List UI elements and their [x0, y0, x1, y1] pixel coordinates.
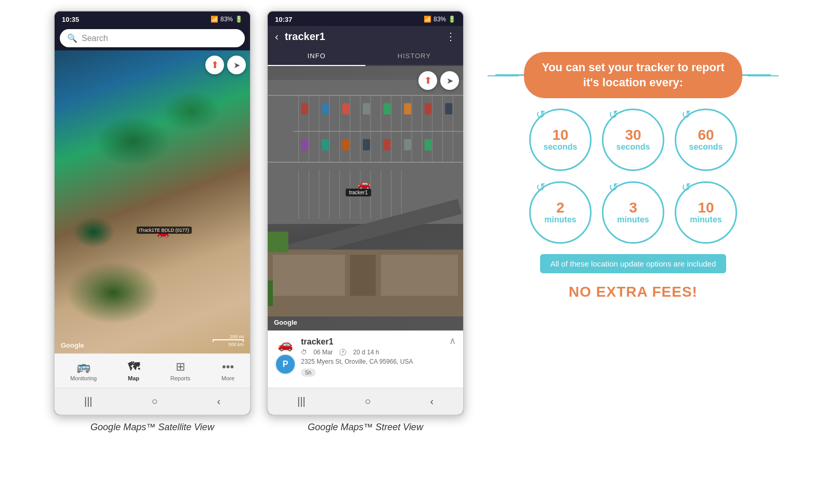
tracker-meta: ⏱ 06 Mar 🕐 20 d 14 h: [301, 349, 456, 356]
num-30: 30: [625, 128, 641, 142]
tracker-name: tracker1: [301, 337, 456, 347]
map-icon: 🗺: [128, 360, 139, 374]
more-button[interactable]: ⋮: [445, 30, 456, 43]
unit-seconds-2: seconds: [616, 142, 650, 152]
navigation-button[interactable]: ➤: [227, 56, 246, 74]
circles-row2: ↺ 2 minutes ↺ 3 minutes ↺ 10 minutes: [529, 181, 737, 244]
circle-10sec: ↺ 10 seconds: [529, 109, 592, 171]
info-duration: 20 d 14 h: [353, 349, 379, 356]
android-nav-bar2: ||| ○ ‹: [268, 388, 463, 415]
circle-3min: ↺ 3 minutes: [602, 181, 664, 244]
battery-icon: 🔋: [235, 16, 243, 23]
phone1-caption: Google Maps™ Satellite View: [90, 422, 214, 433]
signal-icon: 📶: [211, 16, 218, 23]
headline-area: You can set your tracker to report it's …: [495, 52, 771, 98]
scale-200mi: 200 mi: [230, 334, 244, 339]
no-fees-text: NO EXTRA FEES!: [569, 284, 698, 300]
parking-lines-svg: [268, 66, 463, 330]
circles-row1: ↺ 10 seconds ↺ 30 seconds ↺ 60 seconds: [529, 109, 737, 171]
phone2-status-bar: 10:37 📶 83% 🔋: [268, 11, 463, 26]
nav-reports[interactable]: ⊞ Reports: [165, 358, 196, 383]
clock-icon: 🕐: [339, 349, 347, 356]
svg-rect-51: [404, 139, 411, 151]
num-2: 2: [556, 201, 565, 215]
svg-rect-44: [425, 103, 432, 114]
parking-background: ⬆ ➤ 🚗 tracker1 Google: [268, 66, 463, 330]
navigation-button2[interactable]: ➤: [440, 71, 459, 90]
date-icon: ⏱: [301, 349, 307, 356]
satellite-map: ⬆ ➤ 🚗 iTrack1TE BOLD (0177) Google 200 m…: [55, 50, 250, 353]
android-home-btn[interactable]: ○: [141, 393, 168, 409]
svg-rect-41: [363, 103, 370, 114]
svg-rect-35: [381, 255, 458, 296]
tracker-avatar-area: 🚗 P: [275, 337, 296, 375]
more-icon: •••: [222, 360, 234, 374]
info-date: 06 Mar: [313, 349, 333, 356]
nav-reports-label: Reports: [170, 375, 191, 381]
bottom-navigation: 🚌 Monitoring 🗺 Map ⊞ Reports ••• More: [55, 353, 250, 388]
phone2-status-icons: 📶 83% 🔋: [424, 16, 456, 23]
tab-history[interactable]: HISTORY: [365, 47, 463, 65]
unit-minutes-2: minutes: [617, 215, 649, 224]
svg-rect-46: [301, 139, 308, 151]
phone2-time: 10:37: [275, 16, 292, 23]
tab-info[interactable]: INFO: [268, 47, 365, 66]
tracker-address: 2325 Myers St, Oroville, CA 95966, USA: [301, 358, 456, 365]
svg-rect-0: [268, 80, 463, 224]
arrow-icon-4: ↺: [536, 181, 545, 194]
avatar-letter: P: [276, 355, 295, 374]
headline-text: You can set your tracker to report it's …: [542, 61, 725, 89]
land-area: [55, 50, 250, 353]
tracker-info-panel: ∧ 🚗 P tracker1 ⏱ 06 Mar 🕐 20 d 14 h: [268, 330, 463, 388]
phone1-time: 10:35: [62, 16, 79, 23]
tracker-avatar: P: [275, 354, 296, 375]
battery-icon2: 🔋: [448, 16, 456, 23]
svg-rect-33: [273, 255, 345, 296]
circle-30sec: ↺ 30 seconds: [602, 109, 664, 171]
svg-rect-38: [301, 103, 308, 114]
nav-more[interactable]: ••• More: [216, 358, 240, 383]
android-menu-btn[interactable]: |||: [74, 393, 103, 409]
unit-seconds-3: seconds: [689, 142, 723, 152]
svg-rect-34: [350, 255, 375, 296]
scale-500km: 500 km: [228, 342, 244, 347]
circle-60sec: ↺ 60 seconds: [675, 109, 737, 171]
compass-button[interactable]: ⬆: [205, 56, 224, 74]
android-menu-btn2[interactable]: |||: [287, 393, 316, 409]
tracker-car-pin: 🚗: [358, 177, 371, 190]
up-arrow[interactable]: ∧: [449, 335, 456, 347]
num-60: 60: [698, 128, 714, 142]
time-tag: 5h: [301, 368, 316, 377]
google-watermark2: Google: [274, 319, 297, 326]
unit-minutes-1: minutes: [544, 215, 576, 224]
scale-bar: 200 mi 500 km: [213, 334, 244, 347]
google-watermark: Google: [61, 341, 84, 349]
tracker-title: tracker1: [285, 31, 439, 43]
circle-2min: ↺ 2 minutes: [529, 181, 592, 244]
compass-button2[interactable]: ⬆: [418, 71, 437, 90]
back-button[interactable]: ‹: [275, 31, 279, 43]
nav-map[interactable]: 🗺 Map: [123, 358, 145, 383]
car-icon: 🚗: [278, 337, 293, 352]
search-bar[interactable]: 🔍 Search: [60, 29, 245, 47]
unit-minutes-3: minutes: [690, 215, 721, 224]
infographic-panel: You can set your tracker to report it's …: [480, 10, 786, 311]
num-10: 10: [552, 128, 568, 142]
android-home-btn2[interactable]: ○: [354, 393, 381, 409]
search-input[interactable]: Search: [82, 34, 108, 43]
tracker-tabs: INFO HISTORY: [268, 47, 463, 66]
tracker-label: iTrack1TE BOLD (0177): [136, 227, 191, 234]
svg-rect-43: [404, 103, 411, 114]
arrow-icon-6: ↺: [681, 181, 691, 194]
note-text: All of these location update options are…: [550, 259, 716, 268]
nav-monitoring[interactable]: 🚌 Monitoring: [65, 358, 102, 383]
svg-rect-42: [384, 103, 391, 114]
android-back-btn2[interactable]: ‹: [419, 393, 444, 409]
svg-rect-50: [384, 139, 391, 151]
android-nav-bar: ||| ○ ‹: [55, 388, 250, 415]
headline-box: You can set your tracker to report it's …: [524, 52, 742, 98]
reports-icon: ⊞: [176, 360, 185, 374]
android-back-btn[interactable]: ‹: [206, 393, 231, 409]
phone2: 10:37 📶 83% 🔋 ‹ tracker1 ⋮ INFO HISTORY: [267, 10, 464, 416]
tracker-header: ‹ tracker1 ⋮: [268, 26, 463, 47]
